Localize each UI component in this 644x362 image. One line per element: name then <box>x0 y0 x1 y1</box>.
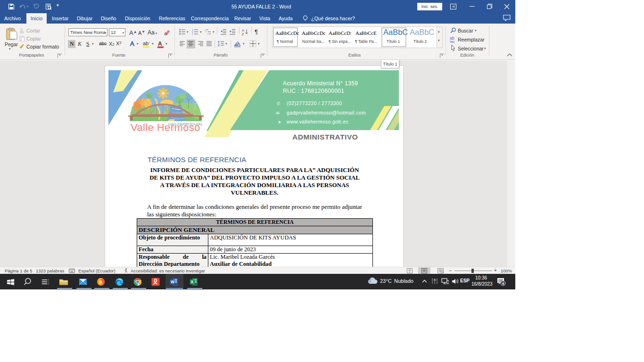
svg-text:✆: ✆ <box>277 101 281 106</box>
svg-text:Valle Hermoso: Valle Hermoso <box>131 122 200 133</box>
svg-text:ADMINISTRATIVO: ADMINISTRATIVO <box>292 133 358 141</box>
svg-text:Z: Z <box>242 33 244 35</box>
svg-text:(02)2773220 / 2773300: (02)2773220 / 2773300 <box>287 100 342 106</box>
svg-text:1: 1 <box>205 29 206 32</box>
svg-text:A: A <box>158 41 162 47</box>
svg-text:3: 3 <box>192 33 193 35</box>
svg-text:➤: ➤ <box>278 120 281 124</box>
svg-text:www.vallehermoso.gob.ec: www.vallehermoso.gob.ec <box>286 119 348 124</box>
svg-text:ab: ab <box>143 41 149 46</box>
svg-text:A: A <box>242 29 244 32</box>
svg-text:ac: ac <box>451 40 454 43</box>
svg-text:W: W <box>171 280 175 284</box>
svg-text:✉: ✉ <box>276 111 280 115</box>
svg-text:Acuerdo Ministerial N° 1359: Acuerdo Ministerial N° 1359 <box>283 80 358 87</box>
svg-text:gadprvallehermoso@hotmail.com: gadprvallehermoso@hotmail.com <box>287 110 366 115</box>
svg-text:X: X <box>191 280 194 284</box>
svg-text:4: 4 <box>502 281 504 286</box>
svg-text:A: A <box>164 31 167 36</box>
svg-text:RUC : 1768120600001: RUC : 1768120600001 <box>283 88 344 94</box>
